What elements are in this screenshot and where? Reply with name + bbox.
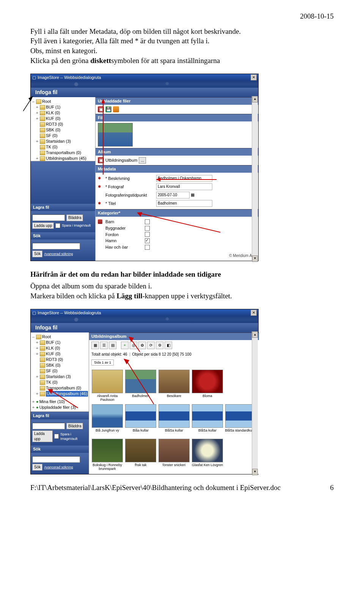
thumbnail-item[interactable]: Blå Jungfrun vy (91, 404, 123, 436)
search-button[interactable]: Sök (32, 250, 42, 257)
album-panel: Utbildningsalbum ▦ ☰ ▤ + ◎ ✿ ⟳ ⚙ ◧ Total… (89, 332, 259, 474)
folder-tree[interactable]: –Root +BUF (1) +KLK (0) +KUF (0) RDT3 (0… (31, 97, 95, 161)
search-input[interactable] (32, 243, 80, 249)
label-metadata: Metadata (96, 165, 258, 173)
scroll-up-icon: ▲ (252, 96, 258, 102)
thumbnail-item[interactable]: fhsk tak (125, 439, 157, 471)
search-input[interactable] (32, 456, 80, 463)
footer-path: F:\IT\Arbetsmaterial\LarsK\EpiServer\40\… (30, 483, 281, 493)
browse-button[interactable]: Bläddra (66, 214, 83, 221)
label-lagra: Lagra fil (31, 204, 95, 211)
save-iv-checkbox[interactable] (54, 434, 59, 439)
required-icon: ✱ (98, 176, 104, 181)
arrow-to-add-button (129, 337, 140, 352)
page-footer: F:\IT\Arbetsmaterial\LarsK\EpiServer\40\… (30, 483, 334, 493)
label-lagra: Lagra fil (31, 412, 89, 419)
svg-marker-1 (101, 99, 105, 103)
thumbnail-item[interactable]: Akvarell Anita Paulsson (91, 370, 123, 402)
upload-panel: Bläddra Ladda uppSpara i ImageVault (31, 211, 95, 232)
view-grid-icon[interactable]: ▦ (91, 342, 99, 349)
advanced-search-link[interactable]: Avancerad sökning (44, 252, 73, 256)
thumbnail-item[interactable]: Blåa kullar (125, 404, 157, 436)
advanced-search-link[interactable]: Avancerad sökning (44, 465, 73, 469)
field-fotograf[interactable] (156, 183, 212, 190)
screenshot-upload: ▢ ImageStore -- Webbsidedialogruta ✕ Inf… (30, 74, 259, 261)
svg-line-12 (131, 339, 140, 352)
arrow-to-metadata (156, 176, 217, 183)
gear-icon[interactable]: ⚙ (156, 342, 163, 349)
search-button[interactable]: Sök (32, 464, 42, 471)
screenshot-album: ▢ ImageStore -- Webbsidedialogruta ✕ Inf… (30, 309, 259, 474)
user-icon: ● (36, 399, 39, 405)
search-panel: SökAvancerad sökning (31, 453, 89, 474)
cat-icon (98, 219, 102, 224)
close-icon[interactable]: ✕ (251, 74, 257, 80)
thumbnail-item[interactable]: fönster snickeri (158, 439, 190, 471)
label-search: Sök (31, 232, 95, 239)
scroll-down-icon: ▼ (252, 255, 258, 262)
file-input[interactable] (32, 423, 65, 429)
thumbnail-item[interactable]: Glasfat Ken Lövgren (191, 439, 223, 471)
page-indicator: Sida 1 av 1 (91, 359, 114, 366)
save-iv-checkbox[interactable] (55, 223, 60, 228)
browse-button[interactable]: Bläddra (66, 423, 83, 430)
field-tidpunkt[interactable] (156, 192, 190, 199)
titlebar: ▢ ImageStore -- Webbsidedialogruta ✕ (31, 309, 258, 316)
label-album: Album (96, 148, 258, 156)
page-date: 2008-10-15 (30, 11, 334, 21)
tool-icon[interactable]: ⟳ (147, 342, 155, 349)
required-icon: ✱ (98, 201, 104, 206)
arrow-to-thumbnail (124, 359, 154, 404)
view-list-icon[interactable]: ☰ (100, 342, 108, 349)
paragraph-1: Fyll i alla fält under Metadata, döp om … (30, 27, 334, 66)
window-title: ▢ ImageStore -- Webbsidedialogruta (32, 310, 101, 316)
paragraph-2: Öppna det album som du sparade bilden i.… (30, 281, 334, 301)
album-title: Utbildningsalbum (89, 332, 259, 340)
upload-button[interactable]: Ladda upp (32, 222, 54, 229)
calendar-icon[interactable]: ▦ (191, 192, 195, 197)
scroll-down-icon: ▼ (252, 469, 258, 475)
scrollbar[interactable]: ▲▼ (252, 96, 258, 260)
section-label: Infoga fil (31, 88, 258, 97)
album-browse-button[interactable]: ... (139, 157, 146, 164)
scrollbar[interactable]: ▲▼ (252, 331, 258, 473)
svg-line-10 (127, 361, 154, 404)
svg-marker-5 (137, 212, 142, 217)
app-icon: ▢ (32, 75, 36, 80)
search-panel: SökAvancerad sökning (31, 239, 95, 261)
footer-page-number: 6 (330, 483, 334, 493)
album-info: Totalt antal objekt: 46 Objekt per sida … (89, 351, 259, 358)
view-detail-icon[interactable]: ▤ (109, 342, 116, 349)
decor-bar (31, 81, 258, 88)
album-name: Utbildningsalbum (105, 158, 137, 163)
label-uploaded: Uppladdade filer (96, 97, 258, 105)
thumbnail-item[interactable]: BlåSa kullar (158, 404, 190, 436)
scroll-up-icon: ▲ (252, 331, 258, 338)
label-search: Sök (31, 446, 89, 453)
tool-icon[interactable]: ◧ (165, 342, 172, 349)
cat-checkbox-hamn[interactable] (145, 238, 150, 243)
cat-checkbox[interactable] (145, 245, 150, 250)
copyright: © Meridium AB (96, 252, 258, 261)
window-title: ▢ ImageStore -- Webbsidedialogruta (32, 75, 101, 80)
action-icon[interactable] (113, 106, 119, 112)
svg-marker-7 (28, 96, 33, 101)
thumbnail-item[interactable]: Bokskog i Ronneby brunnspark (91, 439, 123, 471)
thumbnail-item[interactable]: Besökare (158, 370, 190, 402)
app-icon: ▢ (32, 310, 36, 316)
close-icon[interactable]: ✕ (251, 310, 257, 316)
thumbnail-item[interactable]: BlåSa kullar (191, 404, 223, 436)
field-titel[interactable] (156, 200, 212, 207)
titlebar: ▢ ImageStore -- Webbsidedialogruta ✕ (31, 74, 258, 81)
arrow-to-categories (137, 211, 220, 234)
section-label: Infoga fil (31, 323, 258, 332)
thumbnail-item[interactable]: Bloma (191, 370, 223, 402)
file-input[interactable] (32, 214, 65, 221)
add-icon[interactable]: + (121, 342, 129, 349)
upload-panel: Bläddra Ladda uppSpara i ImageVault (31, 419, 89, 446)
decor-bar (31, 316, 258, 323)
upload-button[interactable]: Ladda upp (32, 430, 53, 442)
sidebar: –Root +BUF (1) +KLK (0) +KUF (0) RDT3 (0… (31, 97, 96, 260)
svg-line-4 (140, 213, 220, 232)
thumbnail-grid: Akvarell Anita Paulsson Badholmen Besöka… (89, 367, 259, 474)
